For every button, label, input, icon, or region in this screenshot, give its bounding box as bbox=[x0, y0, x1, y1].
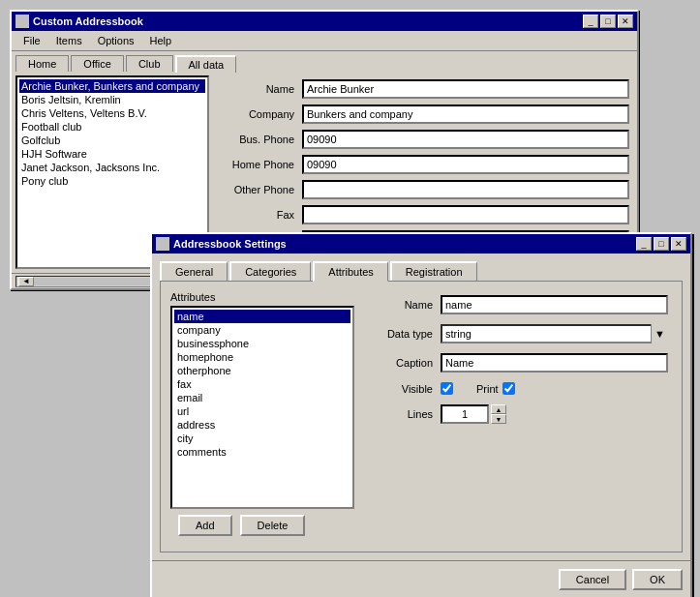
menu-options[interactable]: Options bbox=[90, 33, 142, 48]
attr-item[interactable]: address bbox=[174, 418, 350, 432]
attr-datatype-label: Data type bbox=[370, 328, 433, 340]
attr-item[interactable]: url bbox=[174, 404, 350, 418]
list-item[interactable]: Archie Bunker, Bunkers and company bbox=[19, 79, 205, 93]
attr-item[interactable]: name bbox=[174, 310, 350, 323]
other-phone-label: Other Phone bbox=[217, 184, 294, 195]
attr-visible-row: Visible Print bbox=[370, 382, 668, 395]
settings-bottom-bar: Cancel OK bbox=[152, 560, 690, 597]
scroll-left[interactable]: ◄ bbox=[18, 277, 34, 286]
tab-alldata[interactable]: All data bbox=[175, 55, 237, 73]
attr-name-input[interactable] bbox=[441, 295, 668, 314]
tab-attributes[interactable]: Attributes bbox=[313, 261, 387, 282]
visible-checkbox-group: Print bbox=[441, 382, 515, 395]
attr-item[interactable]: fax bbox=[174, 377, 350, 391]
settings-title: Addressbook Settings bbox=[156, 237, 287, 251]
list-item[interactable]: Football club bbox=[19, 120, 205, 134]
attr-lines-label: Lines bbox=[370, 408, 433, 420]
name-row: Name bbox=[217, 79, 629, 99]
attr-name-label: Name bbox=[370, 299, 433, 311]
attr-item[interactable]: city bbox=[174, 432, 350, 445]
attr-item[interactable]: company bbox=[174, 323, 350, 337]
fax-label: Fax bbox=[217, 209, 294, 221]
tab-home[interactable]: Home bbox=[15, 55, 69, 72]
tab-club[interactable]: Club bbox=[126, 55, 173, 72]
print-checkbox[interactable] bbox=[502, 382, 515, 395]
menubar: File Items Options Help bbox=[12, 31, 637, 51]
lines-spinner: ▲ ▼ bbox=[441, 404, 506, 424]
bus-phone-label: Bus. Phone bbox=[217, 134, 294, 145]
spinner-down[interactable]: ▼ bbox=[491, 414, 506, 424]
delete-button[interactable]: Delete bbox=[240, 515, 306, 536]
tab-office[interactable]: Office bbox=[71, 55, 124, 72]
addressbook-title: Custom Addressbook bbox=[15, 15, 143, 28]
attr-caption-row: Caption bbox=[370, 353, 668, 373]
tab-registration[interactable]: Registration bbox=[390, 261, 477, 281]
attributes-section: Attributes name company businessphone ho… bbox=[170, 291, 354, 509]
maximize-button[interactable]: □ bbox=[600, 15, 616, 28]
fax-input[interactable] bbox=[302, 205, 629, 224]
home-phone-label: Home Phone bbox=[217, 159, 294, 170]
list-item[interactable]: Boris Jeltsin, Kremlin bbox=[19, 93, 205, 106]
bus-phone-input[interactable] bbox=[302, 130, 629, 149]
settings-window: Addressbook Settings _ □ ✕ General Categ… bbox=[150, 232, 692, 597]
attributes-panel: Attributes name company businessphone ho… bbox=[170, 291, 672, 509]
tab-general[interactable]: General bbox=[160, 261, 228, 281]
attr-item[interactable]: businessphone bbox=[174, 337, 350, 350]
menu-help[interactable]: Help bbox=[142, 33, 180, 48]
home-phone-input[interactable] bbox=[302, 155, 629, 174]
cancel-button[interactable]: Cancel bbox=[559, 569, 626, 590]
attr-name-row: Name bbox=[370, 295, 668, 314]
main-tabs: Home Office Club All data bbox=[12, 51, 637, 72]
addressbook-titlebar: Custom Addressbook _ □ ✕ bbox=[12, 12, 637, 31]
name-input[interactable] bbox=[302, 79, 629, 99]
fax-row: Fax bbox=[217, 205, 629, 224]
settings-close[interactable]: ✕ bbox=[671, 237, 686, 251]
attr-caption-input[interactable] bbox=[441, 353, 668, 373]
company-row: Company bbox=[217, 104, 629, 124]
attr-item[interactable]: comments bbox=[174, 445, 350, 459]
visible-checkbox[interactable] bbox=[441, 382, 453, 395]
attr-datatype-row: Data type string integer boolean ▼ bbox=[370, 324, 668, 343]
name-label: Name bbox=[217, 83, 294, 95]
settings-icon bbox=[156, 237, 169, 251]
print-label: Print bbox=[476, 383, 499, 395]
spinner-buttons: ▲ ▼ bbox=[491, 404, 506, 424]
company-label: Company bbox=[217, 108, 294, 120]
settings-content: General Categories Attributes Registrati… bbox=[152, 254, 690, 560]
menu-items[interactable]: Items bbox=[48, 33, 90, 48]
add-button[interactable]: Add bbox=[178, 515, 232, 536]
ok-button[interactable]: OK bbox=[632, 569, 683, 590]
attr-caption-label: Caption bbox=[370, 357, 433, 369]
settings-window-controls: _ □ ✕ bbox=[636, 237, 686, 251]
attr-visible-label: Visible bbox=[370, 383, 433, 395]
settings-tab-body: Attributes name company businessphone ho… bbox=[160, 281, 683, 552]
attr-item[interactable]: otherphone bbox=[174, 364, 350, 377]
attr-item[interactable]: homephone bbox=[174, 350, 350, 364]
window-controls: _ □ ✕ bbox=[583, 15, 633, 28]
list-item[interactable]: Chris Veltens, Veltens B.V. bbox=[19, 106, 205, 120]
tab-categories[interactable]: Categories bbox=[229, 261, 311, 281]
attr-lines-row: Lines ▲ ▼ bbox=[370, 404, 668, 424]
attr-item[interactable]: email bbox=[174, 391, 350, 404]
attributes-label: Attributes bbox=[170, 291, 354, 303]
settings-titlebar: Addressbook Settings _ □ ✕ bbox=[152, 234, 690, 254]
settings-maximize[interactable]: □ bbox=[654, 237, 669, 251]
list-item[interactable]: Pony club bbox=[19, 174, 205, 188]
list-item[interactable]: Janet Jackson, Jacksons Inc. bbox=[19, 161, 205, 174]
close-button[interactable]: ✕ bbox=[618, 15, 633, 28]
lines-input[interactable] bbox=[441, 404, 489, 424]
list-item[interactable]: Golfclub bbox=[19, 134, 205, 147]
menu-file[interactable]: File bbox=[15, 33, 48, 48]
datatype-select-wrapper: string integer boolean ▼ bbox=[441, 324, 668, 343]
list-item[interactable]: HJH Software bbox=[19, 147, 205, 161]
home-phone-row: Home Phone bbox=[217, 155, 629, 174]
settings-minimize[interactable]: _ bbox=[636, 237, 652, 251]
spinner-up[interactable]: ▲ bbox=[491, 404, 506, 414]
add-delete-bar: Add Delete bbox=[170, 509, 672, 542]
attributes-list[interactable]: name company businessphone homephone oth… bbox=[170, 306, 354, 509]
company-input[interactable] bbox=[302, 104, 629, 124]
other-phone-row: Other Phone bbox=[217, 180, 629, 199]
other-phone-input[interactable] bbox=[302, 180, 629, 199]
minimize-button[interactable]: _ bbox=[583, 15, 598, 28]
datatype-select[interactable]: string integer boolean bbox=[441, 324, 668, 343]
